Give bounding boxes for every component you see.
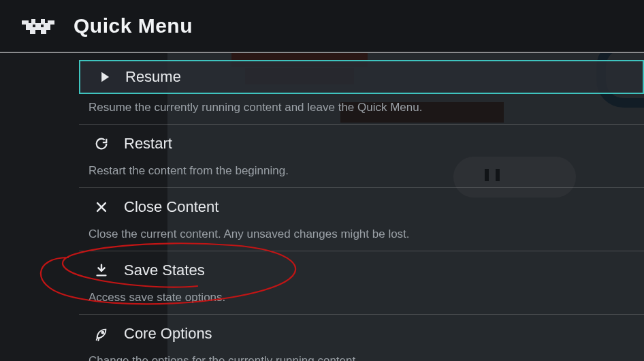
menu-item-desc: Change the options for the currently run… bbox=[79, 351, 644, 361]
download-icon bbox=[93, 262, 110, 279]
svg-rect-6 bbox=[41, 30, 46, 34]
menu-item-label: Save States bbox=[124, 262, 205, 279]
retroarch-logo-icon bbox=[22, 16, 54, 35]
menu-item-desc: Close the current content. Any unsaved c… bbox=[79, 225, 644, 251]
menu-item-desc: Restart the content from the beginning. bbox=[79, 161, 644, 187]
menu-item-save-states[interactable]: Save States Access save state options. bbox=[79, 253, 644, 315]
svg-rect-7 bbox=[33, 25, 35, 27]
menu-item-label: Core Options bbox=[124, 325, 212, 343]
svg-rect-4 bbox=[41, 19, 45, 23]
close-icon bbox=[93, 198, 110, 216]
svg-rect-1 bbox=[22, 20, 29, 25]
svg-point-9 bbox=[101, 332, 103, 334]
menu-item-label: Close Content bbox=[124, 198, 219, 216]
quick-menu-list: Resume Resume the currently running cont… bbox=[79, 60, 644, 361]
menu-item-resume[interactable]: Resume Resume the currently running cont… bbox=[79, 60, 644, 125]
menu-item-restart[interactable]: Restart Restart the content from the beg… bbox=[79, 126, 644, 188]
svg-rect-5 bbox=[30, 30, 35, 34]
menu-item-desc: Access save state options. bbox=[79, 288, 644, 314]
svg-rect-2 bbox=[48, 20, 54, 25]
menu-item-core-options[interactable]: Core Options Change the options for the … bbox=[79, 316, 644, 361]
menu-item-label: Resume bbox=[125, 68, 181, 86]
svg-rect-3 bbox=[31, 19, 35, 23]
svg-rect-0 bbox=[26, 23, 50, 30]
rocket-icon bbox=[93, 325, 110, 343]
menu-item-close-content[interactable]: Close Content Close the current content.… bbox=[79, 189, 644, 251]
page-title: Quick Menu bbox=[74, 14, 193, 37]
svg-rect-8 bbox=[41, 25, 44, 27]
quick-menu-header: Quick Menu bbox=[0, 0, 644, 53]
play-icon bbox=[94, 68, 112, 86]
menu-item-label: Restart bbox=[124, 135, 172, 153]
restart-icon bbox=[93, 135, 110, 153]
menu-item-desc: Resume the currently running content and… bbox=[79, 98, 644, 124]
